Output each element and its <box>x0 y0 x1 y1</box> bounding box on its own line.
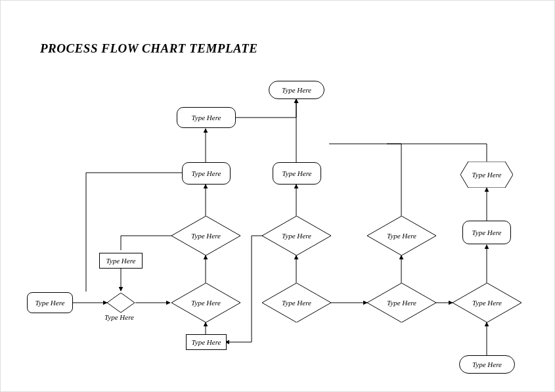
svg-marker-24 <box>107 293 135 313</box>
svg-marker-22 <box>367 283 436 322</box>
process-mid-1[interactable]: Type Here <box>182 162 231 185</box>
decision-small-label: Type Here <box>104 313 134 321</box>
process-top-wide-label: Type Here <box>192 114 221 121</box>
decision-2a[interactable]: Type Here <box>262 216 331 255</box>
svg-marker-19 <box>367 216 436 255</box>
flowchart-canvas: PROCESS FLOW CHART TEMPLATE <box>0 0 555 392</box>
decision-2b[interactable]: Type Here <box>262 283 331 322</box>
terminator-top-label: Type Here <box>282 86 311 94</box>
process-right-mid-label: Type Here <box>472 229 502 236</box>
rect-small-left[interactable]: Type Here <box>99 253 143 269</box>
decision-small[interactable] <box>107 293 135 313</box>
process-right-mid[interactable]: Type Here <box>462 221 511 244</box>
hexagon-right[interactable]: Type Here <box>460 162 513 188</box>
decision-1a[interactable]: Type Here <box>171 216 240 255</box>
rect-small-bottom-label: Type Here <box>192 338 221 346</box>
svg-marker-16 <box>460 162 513 188</box>
terminator-bottom-right-label: Type Here <box>472 360 502 368</box>
decision-3b[interactable]: Type Here <box>367 283 436 322</box>
connector-layer <box>1 1 555 392</box>
svg-marker-21 <box>262 283 331 322</box>
decision-3a[interactable]: Type Here <box>367 216 436 255</box>
rect-small-left-label: Type Here <box>106 257 136 265</box>
rect-small-bottom[interactable]: Type Here <box>186 334 227 350</box>
page-title: PROCESS FLOW CHART TEMPLATE <box>40 41 257 56</box>
terminator-bottom-right[interactable]: Type Here <box>459 355 515 374</box>
process-top-wide[interactable]: Type Here <box>177 107 236 128</box>
terminator-top[interactable]: Type Here <box>269 81 324 99</box>
decision-1b[interactable]: Type Here <box>171 283 240 322</box>
svg-marker-17 <box>171 216 240 255</box>
terminator-left[interactable]: Type Here <box>27 292 73 313</box>
svg-marker-18 <box>262 216 331 255</box>
process-mid-1-label: Type Here <box>192 169 221 177</box>
decision-4b[interactable]: Type Here <box>453 283 522 322</box>
process-mid-2[interactable]: Type Here <box>273 162 321 185</box>
svg-marker-23 <box>453 283 522 322</box>
svg-marker-20 <box>171 283 240 322</box>
terminator-left-label: Type Here <box>35 299 65 307</box>
process-mid-2-label: Type Here <box>282 169 312 177</box>
